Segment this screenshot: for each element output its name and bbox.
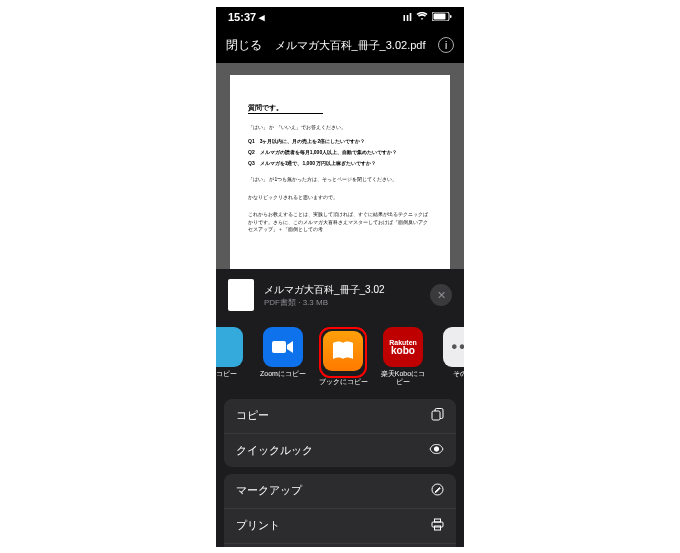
action-markup[interactable]: マークアップ (224, 474, 456, 509)
file-name: メルマガ大百科_冊子_3.02 (264, 283, 420, 297)
kobo-brand-2: kobo (391, 346, 415, 356)
copy-icon (431, 408, 444, 424)
action-label: コピー (236, 408, 269, 423)
doc-p2: かなりビックリされると思いますので。 (248, 194, 432, 202)
svg-rect-1 (434, 14, 446, 20)
books-icon (323, 331, 363, 371)
action-label: マークアップ (236, 483, 302, 498)
action-list: コピー クイックルック マークアップ (216, 399, 464, 547)
app-label: ブックにコピー (319, 378, 368, 386)
action-save-files[interactable]: "ファイル"に保存 (224, 544, 456, 547)
more-icon: ••• (443, 327, 464, 367)
doc-p1: 「はい」 が1つも無かった方は、そっとページを閉じてください。 (248, 176, 432, 184)
svg-rect-8 (435, 519, 441, 522)
action-label: プリント (236, 518, 280, 533)
app-label: その他 (453, 370, 465, 378)
zoom-icon (263, 327, 303, 367)
phone-frame: 15:37 ◂ ııl 閉じる メルマガ大百科_冊子_3.02.pdf i 質問… (216, 7, 464, 547)
battery-icon (432, 11, 452, 23)
app-icon-partial (216, 327, 243, 367)
app-item-kobo[interactable]: Rakuten kobo 楽天Koboにコピー (378, 327, 428, 387)
signal-icon: ııl (403, 11, 412, 23)
status-right: ııl (403, 11, 452, 23)
action-group-2: マークアップ プリント "ファイル"に保存 (224, 474, 456, 547)
close-button[interactable]: 閉じる (226, 37, 262, 54)
action-group-1: コピー クイックルック (224, 399, 456, 467)
doc-q3: Q3 メルマガを1通で、1,000 万円以上稼ぎたいですか？ (248, 160, 432, 166)
markup-icon (431, 483, 444, 499)
document-title: メルマガ大百科_冊子_3.02.pdf (274, 38, 426, 53)
doc-heading: 質問です。 (248, 103, 323, 114)
doc-p3: これからお教えすることは、実践して頂ければ、すぐに結果が出るテクニックばかりです… (248, 211, 432, 234)
app-item-zoom[interactable]: Zoomにコピー (258, 327, 308, 387)
eye-icon (429, 443, 444, 457)
action-label: クイックルック (236, 443, 313, 458)
svg-point-5 (434, 447, 438, 451)
file-thumbnail-icon (228, 279, 254, 311)
print-icon (431, 518, 444, 534)
document-preview: 質問です。 「はい」 か 「いいえ」でお答えください。 Q1 3ヶ月以内に、月の… (216, 63, 464, 269)
status-time: 15:37 ◂ (228, 11, 265, 24)
action-quicklook[interactable]: クイックルック (224, 434, 456, 467)
doc-sub: 「はい」 か 「いいえ」でお答えください。 (248, 124, 432, 130)
status-bar: 15:37 ◂ ııl (216, 7, 464, 27)
share-sheet: メルマガ大百科_冊子_3.02 PDF書類 · 3.3 MB ✕ にコピー Zo… (216, 269, 464, 547)
app-label: にコピー (216, 370, 237, 378)
sheet-header: メルマガ大百科_冊子_3.02 PDF書類 · 3.3 MB ✕ (216, 269, 464, 321)
doc-q2: Q2 メルマガの読者を毎月1,000人以上、自動で集めたいですか？ (248, 149, 432, 155)
svg-rect-3 (272, 341, 286, 353)
document-page[interactable]: 質問です。 「はい」 か 「いいえ」でお答えください。 Q1 3ヶ月以内に、月の… (230, 75, 450, 270)
doc-q1: Q1 3ヶ月以内に、月の売上を2倍にしたいですか？ (248, 138, 432, 144)
kobo-icon: Rakuten kobo (383, 327, 423, 367)
nav-bar: 閉じる メルマガ大百科_冊子_3.02.pdf i (216, 27, 464, 63)
app-item-books[interactable]: ブックにコピー (318, 327, 368, 387)
svg-rect-4 (432, 411, 440, 420)
app-item-partial[interactable]: にコピー (216, 327, 248, 387)
wifi-icon (416, 11, 428, 23)
action-copy[interactable]: コピー (224, 399, 456, 434)
app-item-more[interactable]: ••• その他 (438, 327, 464, 387)
file-meta: PDF書類 · 3.3 MB (264, 297, 420, 308)
sheet-close-button[interactable]: ✕ (430, 284, 452, 306)
file-info: メルマガ大百科_冊子_3.02 PDF書類 · 3.3 MB (264, 283, 420, 308)
app-row[interactable]: にコピー Zoomにコピー ブックにコピー Rakuten k (216, 321, 464, 399)
action-print[interactable]: プリント (224, 509, 456, 544)
app-label: Zoomにコピー (260, 370, 306, 378)
svg-rect-2 (450, 15, 452, 18)
info-button[interactable]: i (438, 37, 454, 53)
app-label: 楽天Koboにコピー (378, 370, 428, 387)
